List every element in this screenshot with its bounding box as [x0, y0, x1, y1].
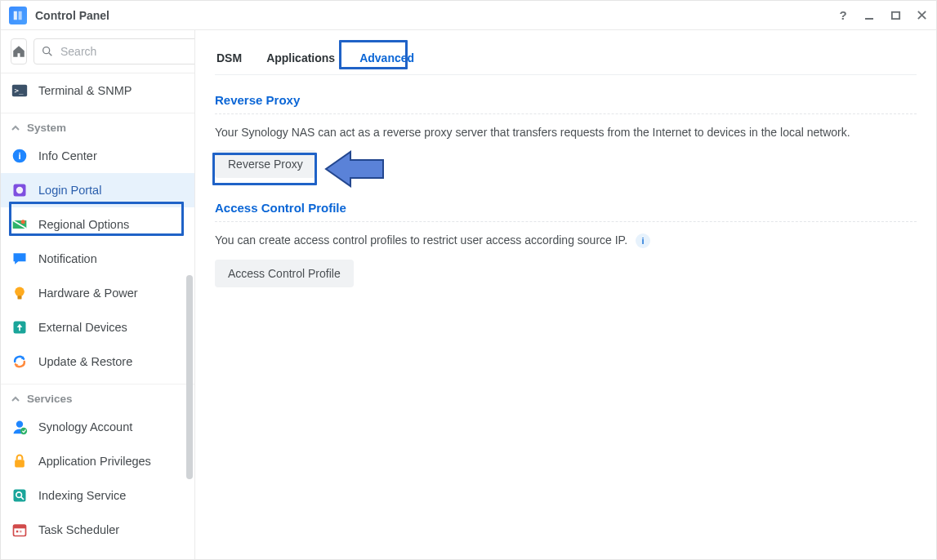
bulb-icon — [11, 284, 29, 302]
chat-icon — [11, 250, 29, 268]
svg-point-19 — [20, 428, 27, 434]
tab-bar: DSM Applications Advanced — [215, 45, 917, 75]
minimize-icon[interactable] — [863, 9, 876, 22]
acp-description: You can create access control profiles t… — [215, 233, 917, 248]
chevron-up-icon — [11, 394, 20, 404]
svg-rect-25 — [14, 525, 26, 528]
arrow-annotation — [322, 150, 387, 188]
svg-rect-26 — [16, 531, 18, 533]
acp-desc-text: You can create access control profiles t… — [215, 233, 627, 247]
svg-text:>_: >_ — [15, 86, 25, 95]
svg-point-18 — [16, 421, 23, 428]
sidebar-item-label: Hardware & Power — [38, 287, 138, 300]
window-controls: ? — [837, 9, 928, 22]
refresh-icon — [11, 353, 29, 371]
terminal-icon: >_ — [11, 82, 29, 100]
help-icon[interactable]: ? — [837, 9, 850, 22]
sidebar-item-label: Indexing Service — [38, 489, 126, 502]
sidebar: >_ Terminal & SNMP System i Info Center … — [1, 30, 195, 559]
calendar-icon — [11, 521, 29, 539]
search-box[interactable] — [33, 38, 195, 64]
svg-rect-16 — [18, 296, 22, 299]
sidebar-item-info-center[interactable]: i Info Center — [1, 139, 194, 173]
sidebar-item-synology-account[interactable]: Synology Account — [1, 410, 194, 444]
sidebar-item-login-portal[interactable]: Login Portal — [1, 173, 194, 207]
sidebar-item-label: Notification — [38, 252, 97, 265]
titlebar: Control Panel ? — [1, 1, 936, 30]
sidebar-item-label: Update & Restore — [38, 355, 132, 368]
reverse-proxy-description: Your Synology NAS can act as a reverse p… — [215, 126, 917, 139]
search-icon — [41, 45, 54, 58]
lock-icon — [11, 452, 29, 470]
control-panel-window: Control Panel ? >_ — [0, 0, 937, 560]
svg-rect-21 — [14, 490, 26, 502]
sidebar-item-label: Synology Account — [38, 420, 132, 433]
svg-rect-3 — [891, 12, 899, 19]
sidebar-item-regional-options[interactable]: Regional Options — [1, 207, 194, 242]
svg-point-14 — [21, 220, 25, 224]
info-icon: i — [11, 147, 29, 165]
home-icon — [11, 44, 26, 59]
svg-point-6 — [43, 47, 50, 54]
sidebar-item-label: Regional Options — [38, 218, 129, 231]
sidebar-item-label: Login Portal — [38, 184, 101, 197]
sidebar-item-application-privileges[interactable]: Application Privileges — [1, 444, 194, 478]
svg-text:i: i — [18, 150, 20, 161]
sidebar-item-label: Terminal & SNMP — [38, 84, 132, 97]
svg-line-7 — [49, 53, 51, 56]
tab-applications[interactable]: Applications — [265, 45, 337, 74]
sidebar-item-label: Application Privileges — [38, 455, 151, 468]
sidebar-item-label: External Devices — [38, 321, 127, 334]
info-icon[interactable]: i — [636, 233, 650, 248]
svg-rect-27 — [20, 531, 22, 533]
sidebar-header-row — [1, 30, 194, 73]
sidebar-item-indexing-service[interactable]: Indexing Service — [1, 478, 194, 513]
search-input[interactable] — [59, 44, 195, 59]
sidebar-item-hardware-power[interactable]: Hardware & Power — [1, 276, 194, 310]
svg-point-13 — [16, 187, 23, 193]
sidebar-item-task-scheduler[interactable]: Task Scheduler — [1, 513, 194, 547]
globe-icon — [11, 216, 29, 233]
sidebar-item-notification[interactable]: Notification — [1, 242, 194, 276]
sidebar-item-external-devices[interactable]: External Devices — [1, 310, 194, 344]
group-label: Services — [27, 393, 73, 405]
section-title-reverse-proxy: Reverse Proxy — [215, 93, 917, 107]
tab-dsm[interactable]: DSM — [215, 45, 243, 74]
group-header-services[interactable]: Services — [1, 384, 194, 410]
home-button[interactable] — [11, 38, 27, 64]
svg-point-15 — [15, 287, 25, 297]
section-title-acp: Access Control Profile — [215, 201, 917, 215]
app-icon — [9, 7, 27, 24]
user-icon — [11, 418, 29, 436]
maximize-icon[interactable] — [889, 9, 902, 22]
section-divider — [215, 221, 917, 222]
index-search-icon — [11, 487, 29, 504]
tab-advanced[interactable]: Advanced — [358, 45, 416, 74]
sidebar-item-label: Info Center — [38, 149, 97, 162]
sidebar-item-label: Task Scheduler — [38, 523, 119, 536]
sidebar-item-update-restore[interactable]: Update & Restore — [1, 344, 194, 379]
access-control-profile-button[interactable]: Access Control Profile — [215, 260, 354, 287]
sidebar-scrollbar[interactable] — [186, 275, 193, 479]
upload-icon — [11, 318, 29, 336]
svg-rect-1 — [19, 11, 22, 20]
portal-icon — [11, 181, 29, 199]
section-divider — [215, 113, 917, 114]
group-label: System — [27, 122, 66, 134]
window-title: Control Panel — [35, 9, 109, 22]
sidebar-item-terminal-snmp[interactable]: >_ Terminal & SNMP — [1, 73, 194, 108]
main-panel: DSM Applications Advanced Reverse Proxy … — [195, 30, 936, 559]
svg-rect-0 — [14, 11, 17, 20]
chevron-up-icon — [11, 123, 20, 133]
svg-rect-20 — [15, 460, 25, 467]
close-icon[interactable] — [915, 9, 928, 22]
reverse-proxy-button[interactable]: Reverse Proxy — [215, 150, 316, 178]
group-header-system[interactable]: System — [1, 113, 194, 139]
